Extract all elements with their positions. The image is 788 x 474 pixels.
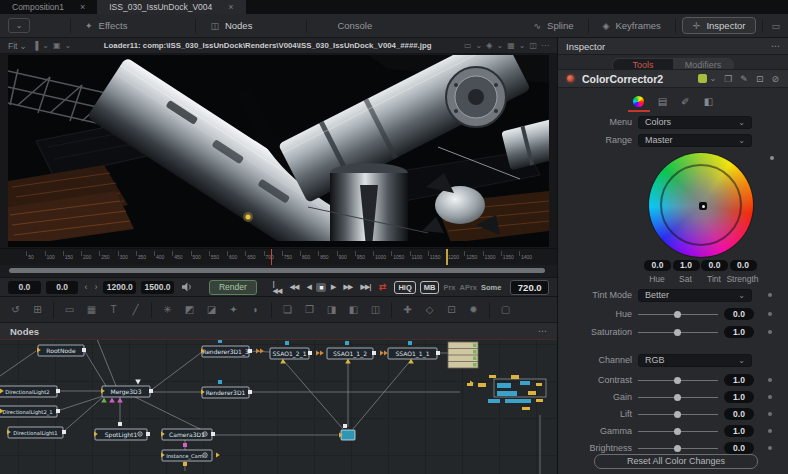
channel-select-icon[interactable]: ▐ [33,41,39,50]
console-button[interactable]: Console [307,14,386,37]
blur-icon[interactable]: ◗ [245,304,266,315]
time-step-field[interactable]: 0.0 [46,281,79,294]
timeline-ruler[interactable]: 5010015020025030035040045050055060065070… [0,248,557,266]
stop-button[interactable]: ■ [316,283,326,292]
contrast-slider[interactable] [638,374,718,387]
close-icon[interactable]: × [228,2,233,12]
spotlight-icon[interactable]: ✹ [463,304,484,315]
prx-toggle[interactable]: Prx [443,283,455,292]
fit-dropdown[interactable]: Fit ⌄ [8,41,27,51]
mb-toggle[interactable]: MB [420,281,440,294]
group-icon[interactable]: ⊞ [27,304,48,315]
chevron-down-icon[interactable]: ⌄ [65,41,72,50]
background-icon[interactable]: ▭ [59,304,80,315]
graph-node-spotlight1[interactable]: SpotLight1 [95,429,147,440]
keyframe-dot[interactable] [768,429,772,433]
audio-icon[interactable] [182,282,193,292]
chevron-down-icon[interactable]: ⌄ [519,41,526,50]
split-view-icon[interactable]: ◫ [529,41,537,50]
slider-thumb[interactable] [674,445,681,452]
transform-icon[interactable]: ◨ [321,304,342,315]
close-icon[interactable]: × [80,2,85,12]
menu-dropdown[interactable]: Colors ⌄ [638,116,752,129]
copy-icon[interactable]: ❐ [724,74,732,84]
tab-composition1[interactable]: Composition1 × [0,0,97,14]
resize-icon[interactable]: ◧ [343,304,364,315]
step-forward-button[interactable]: › [93,282,98,292]
play-button[interactable]: ▶ [328,282,339,292]
graph-node-renderer3d1-3[interactable]: Renderer3D1_3 [202,346,249,357]
gamma-value-field[interactable]: 1.0 [724,425,754,437]
current-time-field[interactable]: 0.0 [8,281,41,294]
tab-iss-comp[interactable]: ISS_030_IssUnDock_V004 × [97,0,245,14]
slider-thumb[interactable] [674,377,681,384]
graph-node-ssao1-1-2[interactable]: SSAO1_1_2 [327,348,373,359]
range-end-field[interactable]: 1500.0 [141,281,174,294]
graph-node-selected[interactable] [341,430,355,440]
node-graph[interactable]: RootNodeDirectionalLight2DirectionalLigh… [0,339,557,474]
range-dropdown[interactable]: Master ⌄ [638,134,752,147]
pipeline-icon[interactable]: ↺ [5,304,26,315]
tab-options[interactable]: ◧ [704,96,713,107]
brightcontrast-icon[interactable]: ✦ [223,304,244,315]
huecurves-icon[interactable]: ◪ [201,304,222,315]
inspector-button[interactable]: ✛ Inspector [682,17,757,34]
gamma-slider[interactable] [638,425,718,438]
imageplane-icon[interactable]: ✚ [397,304,418,315]
graph-node-rootnode[interactable]: RootNode [38,345,84,356]
hue-value-field[interactable]: 0.0 [644,260,671,271]
goto-end-button[interactable]: ▶▶| [358,282,374,292]
strength-value-field[interactable]: 0.0 [730,260,757,271]
graph-node-merge3d3[interactable]: Merge3D3 [102,386,150,397]
gain-slider[interactable] [638,391,718,404]
slider-thumb[interactable] [674,411,681,418]
chevron-down-icon[interactable]: ⌄ [42,41,49,50]
fastnoise-icon[interactable]: ▦ [81,304,102,315]
color-wheel[interactable] [649,153,753,257]
macro-icon[interactable]: ▢ [495,304,516,315]
disable-icon[interactable]: ⊘ [771,74,779,84]
chevron-down-icon[interactable]: ⌄ [496,41,503,50]
crop-icon[interactable]: ◫ [365,304,386,315]
graph-node-renderer3d1[interactable]: Renderer3D1 [202,387,249,398]
keyframe-dot[interactable] [768,378,772,382]
render-button[interactable]: Render [209,280,257,295]
viewer-panel[interactable] [0,54,557,248]
colorcorrector-icon[interactable]: ✳ [157,304,178,315]
spline-button[interactable]: ∿ Spline [520,14,588,37]
merge-icon[interactable]: ❏ [277,304,298,315]
step-back-button[interactable]: ‹ [83,282,88,292]
contrast-value-field[interactable]: 1.0 [724,374,754,386]
nodes-button[interactable]: ◫ Nodes [196,14,266,37]
tint-value-field[interactable]: 0.0 [701,260,728,271]
slider-thumb[interactable] [674,311,681,318]
keyframe-dot[interactable] [768,293,772,297]
saturation-slider[interactable] [638,326,718,339]
slider-thumb[interactable] [674,428,681,435]
camera3d-icon[interactable]: ⊡ [441,304,462,315]
colorcurves-icon[interactable]: ◩ [179,304,200,315]
play-reverse-button[interactable]: ◀ [304,282,315,292]
slider-thumb[interactable] [674,329,681,336]
tab-levels[interactable]: ▤ [658,96,667,107]
monitor-button[interactable]: ▭ [763,14,788,37]
hiq-toggle[interactable]: HiQ [394,281,415,294]
playhead[interactable] [271,249,272,266]
keyframe-dot[interactable] [768,330,772,334]
keyframe-dot[interactable] [768,312,772,316]
color-wheel-handle[interactable] [699,202,707,210]
tint-mode-dropdown[interactable]: Better ⌄ [638,289,752,302]
graph-node-ssao1-1-1[interactable]: SSAO1_1_1 [388,348,437,359]
fast-reverse-button[interactable]: ◀◀ [287,282,302,292]
roi-icon[interactable]: ▭ [464,41,472,50]
effects-button[interactable]: ✦ Effects [71,14,141,37]
graph-node-directionallight1[interactable]: DirectionalLight1 [8,427,63,438]
chevron-down-icon[interactable]: ⌄ [476,41,483,50]
polygon-icon[interactable]: ╱ [125,304,146,315]
graph-node-directionallight2[interactable]: DirectionalLight2 [0,386,57,397]
scrollbar-thumb[interactable] [9,268,545,273]
frame-field[interactable]: 720.0 [510,280,549,295]
nodes-menu-icon[interactable]: ⋯ [538,326,547,336]
wheel-reset-dot[interactable] [770,156,774,160]
channel-dropdown[interactable]: RGB ⌄ [638,354,752,367]
